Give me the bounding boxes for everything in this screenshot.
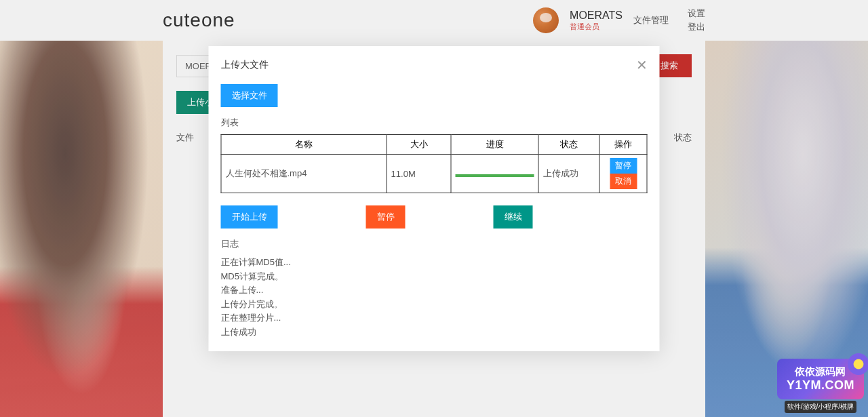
table-header-row: 名称 大小 进度 状态 操作	[221, 135, 647, 155]
th-status: 状态	[538, 135, 599, 155]
watermark-circle-icon	[848, 353, 868, 375]
th-action: 操作	[599, 135, 647, 155]
log-list: 正在计算MD5值... MD5计算完成。 准备上传... 上传分片完成。 正在整…	[221, 256, 648, 338]
cell-action: 暂停 取消	[599, 155, 647, 193]
modal-header: 上传大文件 ✕	[221, 58, 648, 72]
log-label: 日志	[221, 238, 648, 250]
continue-button[interactable]: 继续	[494, 205, 533, 229]
watermark: 依依源码网 Y1YM.COM 软件/游戏/小程序/棋牌	[777, 359, 864, 413]
log-line: MD5计算完成。	[221, 270, 648, 283]
list-label: 列表	[221, 117, 648, 129]
upload-modal: 上传大文件 ✕ 选择文件 列表 名称 大小 进度 状态 操作 人生何处不相逢.m…	[209, 46, 660, 351]
th-name: 名称	[221, 135, 387, 155]
start-upload-button[interactable]: 开始上传	[221, 205, 278, 229]
row-cancel-button[interactable]: 取消	[610, 174, 637, 189]
log-line: 准备上传...	[221, 283, 648, 297]
th-size: 大小	[387, 135, 451, 155]
cell-progress	[451, 155, 539, 193]
select-file-button[interactable]: 选择文件	[221, 84, 278, 107]
watermark-sub: 软件/游戏/小程序/棋牌	[785, 401, 856, 413]
close-icon[interactable]: ✕	[636, 58, 648, 72]
upload-table: 名称 大小 进度 状态 操作 人生何处不相逢.mp4 11.0M 上传成功 暂停…	[221, 134, 648, 193]
watermark-cn: 依依源码网	[787, 365, 854, 378]
watermark-main: 依依源码网 Y1YM.COM	[777, 359, 864, 399]
modal-title: 上传大文件	[221, 59, 269, 71]
log-line: 正在计算MD5值...	[221, 256, 648, 269]
cell-name: 人生何处不相逢.mp4	[221, 155, 387, 193]
watermark-en: Y1YM.COM	[787, 378, 854, 393]
cell-status: 上传成功	[538, 155, 599, 193]
log-line: 正在整理分片...	[221, 311, 648, 325]
log-line: 上传成功	[221, 325, 648, 339]
row-pause-button[interactable]: 暂停	[610, 158, 637, 174]
action-row: 开始上传 暂停 继续	[221, 205, 648, 229]
pause-button[interactable]: 暂停	[366, 205, 406, 229]
table-row: 人生何处不相逢.mp4 11.0M 上传成功 暂停 取消	[221, 155, 647, 193]
progress-bar	[455, 174, 534, 177]
log-line: 上传分片完成。	[221, 298, 648, 311]
cell-size: 11.0M	[387, 155, 451, 193]
th-progress: 进度	[451, 135, 539, 155]
